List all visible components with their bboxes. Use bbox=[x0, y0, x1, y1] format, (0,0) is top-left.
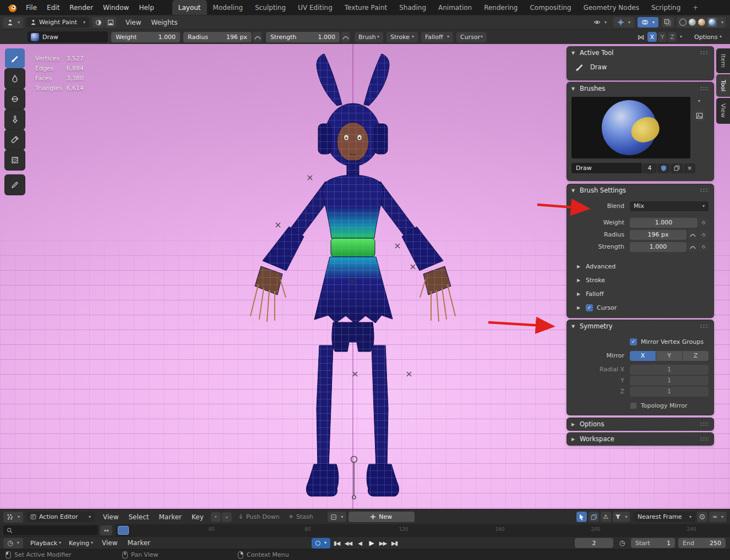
object-visibility-popover[interactable]: ▾ bbox=[590, 17, 610, 28]
active-tool-row[interactable]: Draw bbox=[575, 62, 607, 72]
strength-value-slider[interactable]: 1.000 bbox=[630, 242, 687, 252]
mirror-z-button[interactable]: Z bbox=[683, 351, 709, 361]
weight-value-slider[interactable]: 1.000 bbox=[630, 218, 698, 228]
menu-weights[interactable]: Weights bbox=[146, 15, 182, 29]
use-preview-range-toggle[interactable]: ◷ bbox=[617, 538, 628, 548]
annotate-tool-button[interactable] bbox=[5, 175, 25, 195]
xray-toggle[interactable] bbox=[662, 17, 674, 28]
menu-file[interactable]: File bbox=[21, 0, 42, 15]
play-reverse-button[interactable]: ◀ bbox=[355, 538, 365, 548]
snap-mode-select[interactable]: Nearest Frame ▾ bbox=[634, 512, 695, 522]
next-keyframe-button[interactable]: ▶▶ bbox=[378, 538, 388, 548]
wireframe-shading-button[interactable] bbox=[679, 19, 687, 26]
radius-pressure-toggle[interactable] bbox=[688, 230, 698, 240]
channel-search-input[interactable] bbox=[3, 525, 98, 535]
filter-popover[interactable]: ▾ bbox=[613, 512, 630, 522]
timeline-scrubber[interactable]: 40 80 120 160 200 240 bbox=[116, 524, 730, 536]
sample-weight-tool-button[interactable] bbox=[5, 130, 25, 150]
radial-z-field[interactable]: 1 bbox=[630, 387, 709, 397]
blur-tool-button[interactable] bbox=[5, 69, 25, 89]
workspace-tab-compositing[interactable]: Compositing bbox=[524, 0, 577, 15]
brush-popover[interactable]: Brush▾ bbox=[355, 32, 383, 42]
active-brush-field[interactable]: Draw bbox=[28, 31, 108, 42]
dope-sheet-mode-select[interactable]: Action Editor ▾ bbox=[26, 512, 95, 522]
move-channel-down-button[interactable]: ▾ bbox=[211, 512, 221, 522]
mirror-vertex-groups-checkbox[interactable]: ✓ bbox=[630, 338, 637, 345]
menu-marker[interactable]: Marker bbox=[122, 537, 155, 549]
mirror-y-toggle[interactable]: Y bbox=[658, 32, 667, 42]
cursor-popover[interactable]: Cursor▾ bbox=[456, 32, 487, 42]
sidebar-tab-item[interactable]: Item bbox=[716, 48, 730, 73]
timeline-editor-type-button[interactable]: ◷ ▾ bbox=[3, 538, 23, 548]
show-errors-toggle[interactable]: ⚠ bbox=[601, 512, 611, 522]
proportional-edit-toggle[interactable] bbox=[697, 512, 707, 522]
menu-help[interactable]: Help bbox=[134, 0, 159, 15]
frame-end-field[interactable]: End 250 bbox=[678, 538, 726, 548]
blend-mode-select[interactable]: Mix ▾ bbox=[630, 201, 709, 211]
show-hidden-toggle[interactable] bbox=[589, 512, 599, 522]
gizmos-popover[interactable]: ▾ bbox=[613, 17, 634, 28]
paint-mask-toggle[interactable] bbox=[92, 17, 104, 28]
only-selected-toggle[interactable] bbox=[576, 512, 587, 522]
smear-tool-button[interactable] bbox=[5, 109, 25, 129]
radial-y-field[interactable]: 1 bbox=[630, 376, 709, 386]
move-channel-up-button[interactable]: ▴ bbox=[222, 512, 232, 522]
workspace-tab-geometry-nodes[interactable]: Geometry Nodes bbox=[578, 0, 645, 15]
brush-name-field[interactable]: Draw bbox=[571, 163, 642, 173]
keying-popover[interactable]: Keying▾ bbox=[65, 538, 97, 548]
expand-channels-button[interactable]: ↔ bbox=[100, 525, 112, 535]
workspace-tab-modeling[interactable]: Modeling bbox=[207, 0, 249, 15]
fake-user-toggle[interactable] bbox=[657, 163, 670, 173]
unlink-brush-button[interactable]: × bbox=[684, 163, 695, 173]
playback-popover[interactable]: Playback▾ bbox=[26, 538, 65, 548]
draw-tool-button[interactable] bbox=[5, 48, 25, 68]
radius-slider[interactable]: Radius 196 px bbox=[183, 32, 252, 42]
brushes-panel-header[interactable]: ▼ Brushes bbox=[567, 83, 713, 95]
overlays-popover[interactable]: ▾ bbox=[638, 17, 658, 28]
rendered-shading-active[interactable] bbox=[707, 18, 717, 27]
jump-to-end-button[interactable]: ▶▮ bbox=[389, 538, 400, 548]
menu-edit[interactable]: Edit bbox=[42, 0, 64, 15]
solid-shading-button[interactable] bbox=[689, 19, 696, 26]
duplicate-brush-button[interactable] bbox=[671, 163, 683, 173]
sidebar-tab-view[interactable]: View bbox=[716, 98, 730, 123]
vertex-mask-toggle[interactable] bbox=[105, 17, 116, 28]
jump-to-start-button[interactable]: ▮◀ bbox=[331, 538, 342, 548]
workspace-tab-uv-editing[interactable]: UV Editing bbox=[292, 0, 339, 15]
average-tool-button[interactable] bbox=[5, 89, 25, 109]
material-preview-button[interactable] bbox=[698, 19, 705, 26]
editor-type-button[interactable]: ▾ bbox=[3, 512, 23, 523]
weight-slider[interactable]: Weight 1.000 bbox=[111, 32, 180, 42]
falloff-popover[interactable]: Falloff▾ bbox=[421, 32, 453, 42]
topology-mirror-checkbox[interactable] bbox=[630, 402, 637, 409]
mirror-y-button[interactable]: Y bbox=[656, 351, 682, 361]
add-workspace-button[interactable]: + bbox=[687, 0, 704, 15]
mirror-x-button[interactable]: X bbox=[630, 351, 656, 361]
brush-settings-panel-header[interactable]: ▼ Brush Settings bbox=[567, 184, 713, 196]
strength-slider[interactable]: Strength 1.000 bbox=[266, 32, 340, 42]
strength-pressure-toggle[interactable] bbox=[688, 242, 698, 252]
menu-key[interactable]: Key bbox=[187, 509, 209, 524]
editor-type-button[interactable]: ▾ bbox=[3, 17, 23, 28]
options-panel-header[interactable]: ▶ Options bbox=[567, 418, 713, 430]
push-down-button[interactable]: ⇓ Push Down bbox=[238, 513, 280, 520]
symmetry-panel-header[interactable]: ▼ Symmetry bbox=[567, 320, 713, 332]
animate-radius-button[interactable]: ◇ bbox=[699, 230, 709, 240]
strength-pressure-toggle[interactable] bbox=[341, 32, 350, 42]
cursor-section[interactable]: ▶ ✓ Cursor bbox=[577, 303, 617, 312]
new-action-button[interactable]: New bbox=[348, 512, 415, 522]
workspace-tab-rendering[interactable]: Rendering bbox=[478, 0, 524, 15]
workspace-tab-animation[interactable]: Animation bbox=[432, 0, 478, 15]
current-frame-handle[interactable] bbox=[118, 526, 129, 535]
gradient-tool-button[interactable] bbox=[5, 150, 25, 170]
stroke-section[interactable]: ▶Stroke bbox=[577, 275, 605, 285]
animate-weight-button[interactable]: ◇ bbox=[699, 218, 709, 228]
options-popover[interactable]: Options ▾ bbox=[690, 32, 726, 42]
brush-image-button[interactable] bbox=[694, 110, 705, 121]
workspace-tab-shading[interactable]: Shading bbox=[393, 0, 432, 15]
mode-select[interactable]: Weight Paint ▾ bbox=[26, 17, 89, 28]
menu-view[interactable]: View bbox=[98, 509, 123, 524]
current-frame-field[interactable]: 2 bbox=[575, 538, 613, 548]
mirror-z-toggle[interactable]: Z bbox=[668, 32, 677, 42]
menu-select[interactable]: Select bbox=[123, 509, 154, 524]
